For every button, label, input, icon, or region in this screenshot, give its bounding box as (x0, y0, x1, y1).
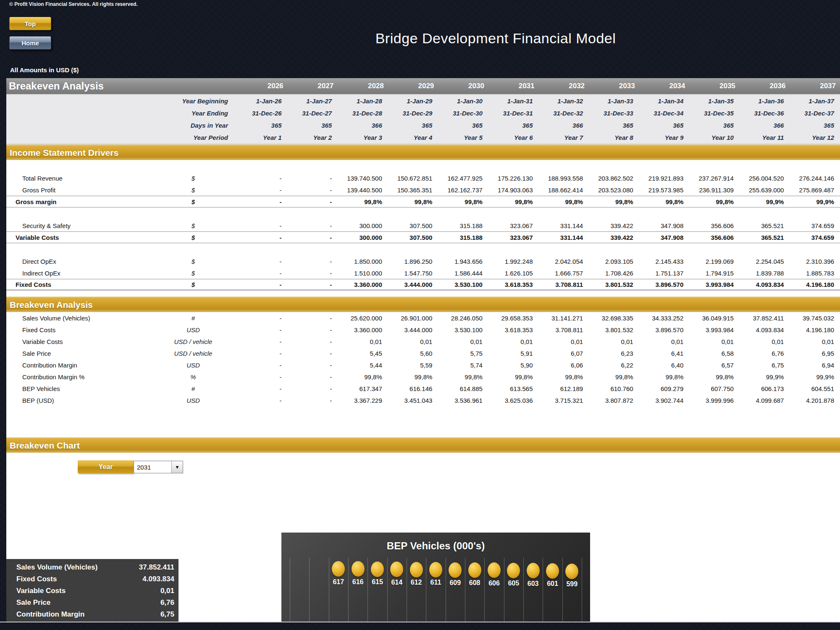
year-dropdown[interactable]: 2031 ▼ (134, 461, 183, 473)
chart-gridline (368, 558, 368, 630)
value-cell: - (237, 338, 288, 345)
value-cell: 188.993.558 (539, 175, 589, 182)
value-cell: 99,8% (338, 198, 388, 205)
chart-point-label: 605 (504, 580, 523, 587)
home-button[interactable]: Home (9, 36, 51, 50)
chart-gridline (562, 558, 563, 630)
chart-bubble (332, 561, 345, 577)
value-cell: 3.902.744 (639, 397, 690, 404)
summary-row: Sales Volume (Vehicles)37.852.411 (6, 562, 178, 573)
period-row-label: Days in Year (6, 122, 237, 129)
value-cell: 99,9% (740, 198, 790, 205)
value-cell: - (288, 270, 338, 277)
value-cell: 99,9% (740, 373, 790, 381)
year-dropdown-value[interactable]: 2031 (134, 464, 171, 471)
value-cell: 3.618.353 (488, 326, 539, 333)
value-cell: 374.659 (790, 234, 840, 241)
year-column-header: 2036 (740, 82, 790, 90)
value-cell: 99,8% (488, 373, 539, 381)
period-cell: 1-Jan-31 (488, 97, 539, 105)
value-cell: - (288, 198, 338, 205)
chart-gridline (387, 558, 388, 630)
value-cell: - (288, 315, 338, 322)
chart-gridline (484, 558, 485, 630)
row-unit: USD (149, 362, 237, 369)
chart-gridline (348, 558, 349, 630)
table-row: Gross margin$--99,8%99,8%99,8%99,8%99,8%… (6, 196, 840, 207)
value-cell: 2.199.069 (689, 258, 740, 265)
value-cell: 139.740.500 (338, 175, 388, 182)
value-cell: 347.908 (639, 234, 690, 241)
period-cell: 366 (740, 122, 790, 129)
summary-label: Variable Costs (16, 587, 160, 595)
value-cell: 6,06 (539, 362, 589, 369)
value-cell: 3.618.353 (488, 281, 539, 288)
row-label: BEP Vehicles (6, 385, 149, 392)
table-row: Fixed Costs$--3.360.0003.444.0003.530.10… (6, 279, 840, 291)
row-label: Variable Costs (6, 234, 149, 241)
period-cell: 31-Dec-31 (488, 110, 539, 117)
chart-bubble (352, 561, 365, 577)
value-cell: - (288, 338, 338, 345)
value-cell: 4.099.687 (740, 397, 790, 404)
value-cell: - (288, 234, 338, 241)
period-cell: 31-Dec-33 (589, 110, 639, 117)
value-cell: 617.347 (338, 385, 388, 392)
chart-point-label: 606 (485, 580, 504, 587)
value-cell: 3.625.036 (488, 397, 539, 404)
row-label: Sales Volume (Vehicles) (6, 315, 149, 322)
value-cell: 99,9% (790, 373, 840, 381)
year-column-header: 2034 (639, 82, 690, 90)
table-row: Variable Costs$--300.000307.500315.18832… (6, 231, 840, 243)
period-cell: 1-Jan-27 (288, 97, 338, 105)
value-cell: 6,75 (740, 362, 790, 369)
chart-bubble (429, 562, 442, 578)
chevron-down-icon[interactable]: ▼ (171, 461, 183, 473)
value-cell: 1.586.444 (438, 270, 488, 277)
value-cell: 3.999.996 (689, 397, 740, 404)
summary-value: 0,01 (160, 587, 174, 595)
value-cell: 99,8% (589, 198, 639, 205)
table-row: Fixed CostsUSD--3.360.0003.444.0003.530.… (6, 324, 840, 336)
period-cell: Year 8 (589, 134, 639, 141)
value-cell: 4.201.878 (790, 397, 840, 404)
value-cell: 0,01 (790, 338, 840, 345)
value-cell: 3.896.570 (639, 281, 690, 288)
summary-value: 6,75 (160, 610, 174, 619)
chart-gridline (407, 558, 407, 630)
summary-row: Fixed Costs4.093.834 (6, 573, 178, 585)
value-cell: 5,74 (438, 362, 488, 369)
value-cell: 203.523.080 (589, 186, 639, 194)
value-cell: 300.000 (338, 222, 388, 229)
period-cell: Year 2 (288, 134, 338, 141)
period-cell: 1-Jan-28 (338, 97, 388, 105)
value-cell: 256.004.520 (740, 175, 790, 182)
value-cell: 162.162.737 (438, 186, 488, 194)
value-cell: 99,8% (639, 198, 690, 205)
table-row: Security & Safety$--300.000307.500315.18… (6, 220, 840, 231)
value-cell: - (237, 270, 288, 277)
row-unit: # (149, 385, 237, 392)
period-cell: Year 5 (438, 134, 488, 141)
value-cell: 2.093.105 (589, 258, 639, 265)
value-cell: 323.067 (488, 234, 539, 241)
summary-value: 6,76 (160, 598, 174, 607)
period-cell: 365 (288, 122, 338, 129)
value-cell: - (288, 222, 338, 229)
value-cell: 347.908 (639, 222, 690, 229)
period-header-row: Days in Year3653653663653653653663653653… (6, 119, 840, 131)
period-cell: 31-Dec-34 (639, 110, 690, 117)
copyright-text: © Profit Vision Financial Services. All … (9, 1, 138, 7)
value-cell: 99,8% (388, 198, 438, 205)
value-cell: 5,45 (338, 350, 388, 357)
value-cell: 99,9% (790, 198, 840, 205)
period-cell: 365 (488, 122, 539, 129)
value-cell: 1.547.750 (388, 270, 438, 277)
value-cell: 6,57 (689, 362, 740, 369)
year-selector-button[interactable]: Year (78, 460, 134, 473)
top-button[interactable]: Top (9, 17, 51, 30)
value-cell: 25.620.000 (338, 315, 388, 322)
value-cell: 1.751.137 (639, 270, 690, 277)
value-cell: 3.807.872 (589, 397, 639, 404)
period-cell: 31-Dec-28 (338, 110, 388, 117)
